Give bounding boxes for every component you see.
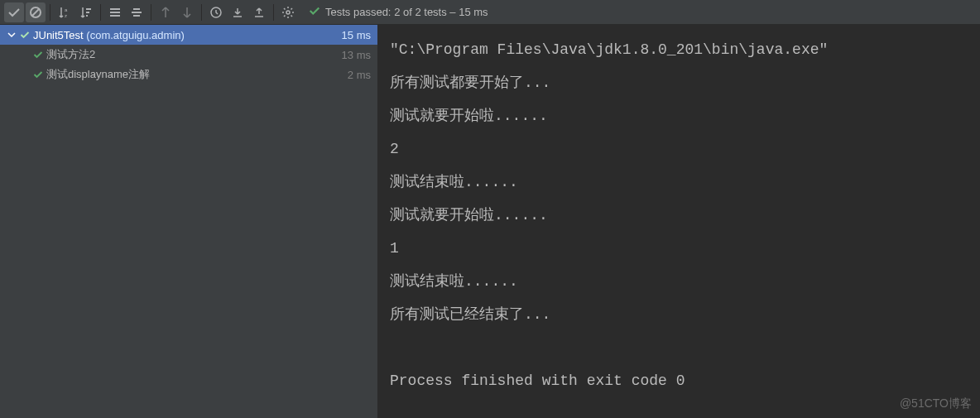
svg-point-14 [286,11,290,14]
check-icon [309,5,320,19]
check-icon [33,50,43,60]
test-history-button[interactable] [206,2,226,22]
sort-duration-button[interactable] [76,2,96,22]
console-line: 测试就要开始啦...... [390,207,548,223]
console-line: 2 [390,141,399,157]
console-line: 所有测试已经结束了... [390,306,550,323]
status-prefix: Tests passed: [325,6,392,18]
svg-rect-5 [86,12,89,13]
sort-alpha-button[interactable]: az [55,2,74,22]
svg-rect-12 [133,15,140,17]
test-time: 13 ms [342,49,371,61]
check-icon [33,70,43,79]
test-name: 测试displayname注解 [46,67,348,82]
show-ignored-button[interactable] [26,2,46,22]
test-tree[interactable]: JUnit5Test (com.atguigu.admin) 15 ms 测试方… [0,25,378,418]
svg-rect-11 [133,8,140,10]
svg-rect-9 [110,15,120,17]
chevron-down-icon[interactable] [7,31,17,39]
console-line: Process finished with exit code 0 [390,372,685,389]
separator [50,4,50,21]
test-status: Tests passed: 2 of 2 tests – 15 ms [309,5,488,19]
check-icon [20,30,30,40]
console-line: 测试结束啦...... [390,174,518,190]
test-name: 测试方法2 [46,47,342,62]
main-area: JUnit5Test (com.atguigu.admin) 15 ms 测试方… [0,25,980,418]
svg-line-1 [32,9,39,16]
tree-test-row[interactable]: 测试方法2 13 ms [0,45,377,65]
svg-text:z: z [65,13,67,18]
svg-rect-10 [132,12,142,13]
test-time: 2 ms [348,69,371,81]
import-tests-button[interactable] [228,2,247,22]
svg-rect-4 [86,8,91,10]
export-tests-button[interactable] [249,2,269,22]
separator [273,4,274,21]
console-line: 所有测试都要开始了... [390,74,550,91]
status-time: – 15 ms [449,6,488,18]
svg-text:a: a [65,7,68,12]
svg-rect-8 [110,8,120,10]
show-passed-button[interactable] [4,2,24,22]
tree-test-row[interactable]: 测试displayname注解 2 ms [0,65,377,84]
expand-all-button[interactable] [105,2,125,22]
passed-count: 2 [394,6,400,18]
svg-rect-6 [86,15,88,17]
collapse-all-button[interactable] [127,2,147,22]
settings-button[interactable] [278,2,298,22]
next-failed-button[interactable] [177,2,197,22]
console-line: "C:\Program Files\Java\jdk1.8.0_201\bin\… [390,41,828,58]
console-line: 测试就要开始啦...... [390,108,548,124]
svg-rect-7 [110,12,120,13]
console-line: 1 [390,240,399,257]
watermark: @51CTO博客 [900,396,972,411]
status-mid: of 2 tests [403,6,447,18]
separator [151,4,151,21]
separator [100,4,101,21]
test-class-name: JUnit5Test (com.atguigu.admin) [33,29,342,41]
test-time: 15 ms [342,29,371,41]
console-output[interactable]: "C:\Program Files\Java\jdk1.8.0_201\bin\… [378,25,980,418]
test-toolbar: az Tests passed: 2 of 2 tests – 15 m [0,0,980,25]
prev-failed-button[interactable] [156,2,175,22]
tree-root-row[interactable]: JUnit5Test (com.atguigu.admin) 15 ms [0,25,377,45]
separator [201,4,202,21]
console-line: 测试结束啦...... [390,273,518,290]
